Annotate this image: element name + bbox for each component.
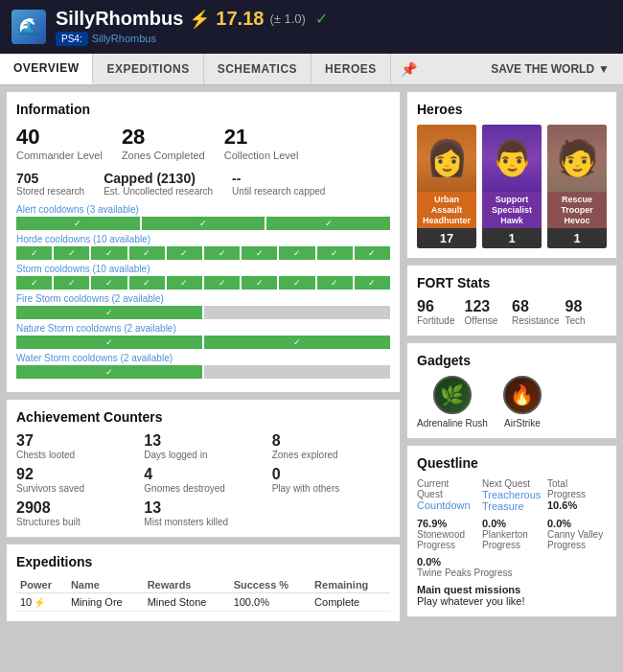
fort-stats-card: FORT Stats 96 Fortitude 123 Offense 68 R… <box>406 265 617 336</box>
exp-remaining: Complete <box>311 593 390 612</box>
main-content: Information 40 Commander Level 28 Zones … <box>0 85 623 628</box>
survivors-saved: 92 Survivors saved <box>16 466 134 494</box>
info-row2: 705 Stored research Capped (2130) Est. U… <box>16 171 390 197</box>
questline-card: Questline Current Quest Countdown Next Q… <box>406 445 617 617</box>
nav-schematics[interactable]: SCHEMATICS <box>204 54 312 84</box>
bar-seg: ✓ <box>204 246 240 260</box>
hero-hawk-name: Support SpecialistHawk <box>482 192 542 228</box>
hero-hevoc-level: 1 <box>547 228 607 248</box>
mist-monsters-killed: 13 Mist monsters killed <box>144 499 262 527</box>
pin-button[interactable]: 📌 <box>391 54 427 84</box>
fire-storm-label: Fire Storm cooldowns (2 available) <box>16 293 390 304</box>
achievement-counters-card: Achievement Counters 37 Chests looted 13… <box>6 399 401 538</box>
hero-hevoc: 🧑 Rescue TrooperHevoc 1 <box>547 125 607 248</box>
nav-expeditions[interactable]: EXPEDITIONS <box>93 54 203 84</box>
days-logged-in: 13 Days logged in <box>144 432 262 460</box>
information-card: Information 40 Commander Level 28 Zones … <box>6 91 401 393</box>
tech: 98 Tech <box>565 298 607 326</box>
storm-cooldowns-bars: ✓ ✓ ✓ ✓ ✓ ✓ ✓ ✓ ✓ ✓ <box>16 276 390 290</box>
achievement-grid: 37 Chests looted 13 Days logged in 8 Zon… <box>16 432 390 527</box>
hero-hawk-img: 👨 <box>482 125 542 192</box>
canny-valley-progress: 0.0% Canny Valley Progress <box>547 518 607 550</box>
commander-level-val: 40 <box>16 125 103 150</box>
ps4-username: SillyRhombus <box>92 33 156 44</box>
gnomes-destroyed: 4 Gnomes destroyed <box>144 466 262 494</box>
nature-storm-label: Nature Storm cooldowns (2 available) <box>16 323 390 334</box>
verified-icon: ✓ <box>315 10 328 28</box>
bar-seg: ✓ <box>16 276 52 290</box>
bar-seg: ✓ <box>204 276 240 290</box>
header: 🌊 SillyRhombus ⚡ 17.18 (± 1.0) ✓ PS4: Si… <box>0 0 623 54</box>
bar-seg: ✓ <box>129 276 165 290</box>
until-capped: -- Until research capped <box>232 171 325 197</box>
expeditions-title: Expeditions <box>16 554 390 569</box>
fort-grid: 96 Fortitude 123 Offense 68 Resistance 9… <box>417 298 607 326</box>
hero-hawk: 👨 Support SpecialistHawk 1 <box>482 125 542 248</box>
alert-cooldowns: Alert cooldowns (3 available) ✓ ✓ ✓ <box>16 204 390 230</box>
info-stats-row: 40 Commander Level 28 Zones Completed 21… <box>16 125 390 161</box>
collection-level-val: 21 <box>224 125 299 150</box>
expeditions-card: Expeditions Power Name Rewards Success %… <box>6 544 401 622</box>
commander-level: 40 Commander Level <box>16 125 103 161</box>
right-column: Heroes 👩 Urban AssaultHeadhunter 17 👨 Su… <box>406 91 617 622</box>
user-level: 17.18 <box>216 8 264 30</box>
bar-seg: ✓ <box>317 246 353 260</box>
col-success: Success % <box>230 577 311 593</box>
plankerton-progress: 0.0% Plankerton Progress <box>482 518 542 550</box>
bar-seg: ✓ <box>242 246 277 260</box>
bar-seg: ✓ <box>54 246 89 260</box>
nav-heroes[interactable]: HEROES <box>312 54 391 84</box>
fire-storm-bars: ✓ <box>16 306 390 319</box>
nature-storm-bars: ✓ ✓ <box>16 336 390 349</box>
col-rewards: Rewards <box>144 577 230 593</box>
bar-seg: ✓ <box>317 276 353 290</box>
storm-cooldowns-label: Storm cooldowns (10 available) <box>16 264 390 274</box>
quest-prog-grid: 76.9% Stonewood Progress 0.0% Plankerton… <box>417 518 607 550</box>
bar-seg: ✓ <box>167 276 202 290</box>
col-power: Power <box>16 577 67 593</box>
heroes-card: Heroes 👩 Urban AssaultHeadhunter 17 👨 Su… <box>406 91 617 259</box>
twine-peaks-progress: 0.0% Twine Peaks Progress <box>417 556 607 578</box>
bar-seg-empty <box>204 306 390 319</box>
exp-success: 100.0% <box>230 593 311 612</box>
gadgets-title: Gadgets <box>417 353 607 368</box>
bar-seg: ✓ <box>16 246 52 260</box>
achievement-counters-title: Achievement Counters <box>16 409 390 425</box>
next-quest: Next Quest Treacherous Treasure <box>482 478 542 512</box>
gadget-airstrike: 🔥 AirStrike <box>503 376 542 429</box>
uncollected-research: Capped (2130) Est. Uncollected research <box>104 171 213 197</box>
bar-seg: ✓ <box>16 306 202 319</box>
col-remaining: Remaining <box>311 577 390 593</box>
horde-cooldowns: Horde cooldowns (10 available) ✓ ✓ ✓ ✓ ✓… <box>16 234 390 260</box>
expeditions-table: Power Name Rewards Success % Remaining 1… <box>16 577 390 612</box>
left-column: Information 40 Commander Level 28 Zones … <box>6 91 401 622</box>
bar-seg: ✓ <box>16 365 202 379</box>
alert-cooldowns-label: Alert cooldowns (3 available) <box>16 204 390 215</box>
fort-stats-title: FORT Stats <box>417 275 607 290</box>
hero-headhunter-name: Urban AssaultHeadhunter <box>417 192 476 228</box>
save-the-world-button[interactable]: SAVE THE WORLD ▼ <box>477 54 623 84</box>
hero-headhunter: 👩 Urban AssaultHeadhunter 17 <box>417 125 476 248</box>
questline-title: Questline <box>417 455 607 471</box>
hero-headhunter-level: 17 <box>417 228 476 248</box>
bar-seg: ✓ <box>91 276 127 290</box>
exp-name: Mining Ore <box>67 593 144 612</box>
hero-headhunter-img: 👩 <box>417 125 476 192</box>
nav-overview[interactable]: OVERVIEW <box>0 54 93 84</box>
bar-seg: ✓ <box>279 246 314 260</box>
bar-seg: ✓ <box>142 217 265 230</box>
total-progress: Total Progress 10.6% <box>547 478 607 512</box>
heroes-title: Heroes <box>417 102 607 117</box>
stored-research: 705 Stored research <box>16 171 84 197</box>
bar-seg: ✓ <box>355 246 390 260</box>
play-with-others: 0 Play with others <box>272 466 390 494</box>
bar-seg: ✓ <box>355 276 390 290</box>
user-info: SillyRhombus ⚡ 17.18 (± 1.0) ✓ PS4: Sill… <box>56 8 328 46</box>
rating: (± 1.0) <box>269 12 305 26</box>
horde-cooldowns-bars: ✓ ✓ ✓ ✓ ✓ ✓ ✓ ✓ ✓ ✓ <box>16 246 390 260</box>
bar-seg: ✓ <box>54 276 89 290</box>
commander-level-lbl: Commander Level <box>16 150 103 161</box>
hero-hevoc-img: 🧑 <box>547 125 607 192</box>
resistance: 68 Resistance <box>512 298 559 326</box>
structures-built: 2908 Structures built <box>16 499 134 527</box>
